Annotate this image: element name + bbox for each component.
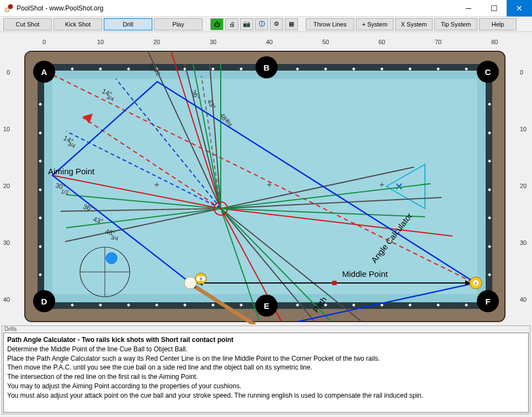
svg-text:E: E (264, 301, 269, 311)
svg-text:10: 10 (520, 126, 526, 132)
svg-point-0 (5, 8, 9, 12)
drills-panel-label: Drills (2, 326, 19, 332)
window-titlebar: PoolShot - www.PoolShot.org ─ ☐ ✕ (0, 0, 532, 17)
svg-text:40: 40 (520, 296, 526, 303)
drills-line: You must also adjust your attack point o… (7, 391, 525, 400)
window-title: PoolShot - www.PoolShot.org (17, 4, 456, 12)
drills-panel: Drills Path Angle Calculator - Two rails… (2, 325, 530, 414)
svg-point-80 (106, 253, 117, 264)
close-button[interactable]: ✕ (507, 0, 532, 17)
svg-text:50: 50 (322, 39, 329, 45)
nine-ball[interactable]: 9 (195, 273, 206, 284)
power-icon-button[interactable]: ⏻ (210, 18, 224, 30)
drills-title: Path Angle Calculator - Two rails kick s… (7, 335, 525, 345)
svg-text:40: 40 (266, 39, 273, 45)
main-toolbar: Cut Shot Kick Shot Drill Play ⏻ 🖨 📷 ⓘ ⚙ … (0, 17, 532, 32)
svg-text:30: 30 (3, 239, 10, 246)
svg-text:30: 30 (210, 39, 216, 45)
drills-line: The intersection of the red line on the … (7, 372, 525, 382)
cut-shot-button[interactable]: Cut Shot (3, 18, 52, 30)
svg-point-58 (187, 279, 190, 282)
svg-text:70: 70 (435, 39, 441, 45)
right-axis: 0 10 20 30 40 (520, 69, 526, 303)
svg-point-57 (184, 277, 196, 289)
drills-line: Determine the Middle Point of the line C… (7, 345, 525, 354)
svg-text:20: 20 (153, 39, 160, 45)
svg-text:0: 0 (7, 69, 10, 76)
svg-text:0: 0 (42, 39, 46, 45)
drills-line: You may to adjust the Aiming Point accor… (7, 382, 525, 391)
drills-content: Path Angle Calculator - Two rails kick s… (3, 333, 529, 413)
play-button[interactable]: Play (154, 18, 203, 30)
cue-ball[interactable] (184, 277, 196, 289)
middle-point-label: Middle Point (342, 269, 388, 279)
svg-text:20: 20 (520, 183, 526, 189)
svg-text:10: 10 (3, 126, 10, 132)
x-system-button[interactable]: X System (395, 18, 433, 30)
svg-point-50 (220, 207, 222, 210)
plus-system-button[interactable]: + System (356, 18, 393, 30)
drill-button[interactable]: Drill (104, 18, 152, 30)
svg-text:40: 40 (3, 296, 10, 303)
svg-text:0: 0 (520, 69, 523, 76)
top-axis: 0 10 20 30 40 50 60 70 80 (42, 39, 498, 45)
svg-point-1 (8, 4, 13, 9)
camera-icon-button[interactable]: 📷 (240, 18, 253, 30)
svg-text:D: D (41, 297, 47, 306)
svg-text:A: A (41, 67, 47, 77)
svg-text:10: 10 (97, 39, 104, 45)
svg-text:60: 60 (379, 39, 385, 45)
minimize-button[interactable]: ─ (456, 0, 481, 17)
svg-text:20: 20 (3, 183, 10, 189)
drills-line: Then move the P.A.C. until you see the c… (7, 363, 525, 372)
svg-text:C: C (485, 67, 491, 77)
one-ball[interactable]: 1 (470, 277, 482, 289)
svg-text:9: 9 (200, 276, 203, 281)
svg-rect-54 (332, 281, 337, 285)
drills-line: Place the Path Angle Calculator such a w… (7, 354, 525, 363)
app-icon (4, 4, 13, 13)
table-workspace[interactable]: 0 10 20 30 40 50 60 70 80 0 10 20 30 40 … (0, 32, 530, 324)
gear-icon-button[interactable]: ⚙ (270, 18, 283, 30)
kick-shot-button[interactable]: Kick Shot (54, 18, 102, 30)
throw-lines-button[interactable]: Throw Lines (306, 18, 354, 30)
help-button[interactable]: Help (479, 18, 517, 30)
table-icon-button[interactable]: ▦ (285, 18, 298, 30)
svg-text:B: B (264, 63, 270, 72)
pool-table-diagram[interactable]: 0 10 20 30 40 50 60 70 80 0 10 20 30 40 … (0, 32, 530, 324)
tip-indicator[interactable] (80, 247, 130, 297)
svg-text:80: 80 (491, 39, 498, 45)
print-icon-button[interactable]: 🖨 (225, 18, 238, 30)
tip-system-button[interactable]: Tip System (434, 18, 477, 30)
left-axis: 0 10 20 30 40 (3, 69, 10, 303)
aiming-point-label: Aiming Point (48, 167, 95, 176)
info-icon-button[interactable]: ⓘ (255, 18, 268, 30)
maximize-button[interactable]: ☐ (481, 0, 507, 17)
svg-text:1: 1 (475, 281, 477, 286)
svg-text:30: 30 (520, 239, 526, 246)
svg-text:F: F (485, 297, 490, 306)
